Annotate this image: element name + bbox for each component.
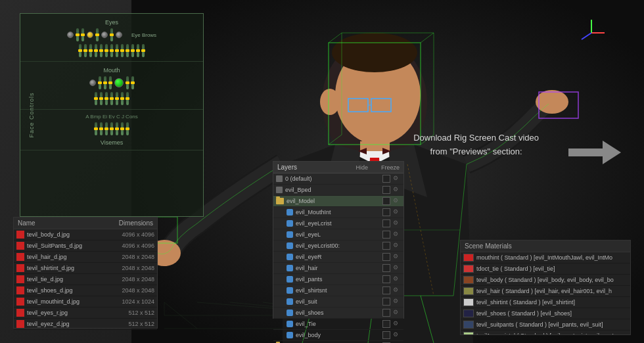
material-row[interactable]: tevil1eyecristal ( Standard ) [evil_eyeL… [461, 331, 630, 335]
layer-visibility-check[interactable] [382, 309, 390, 317]
eye-slider-2[interactable] [81, 28, 84, 41]
mouth-slider-9[interactable] [110, 92, 113, 105]
viseme-slider-3[interactable] [105, 122, 108, 135]
mouth-slider-6[interactable] [95, 92, 97, 105]
eye-slider-13[interactable] [121, 44, 124, 57]
eye-slider-1[interactable] [76, 28, 79, 41]
mouth-slider-3[interactable] [109, 76, 112, 89]
material-row[interactable]: tevil_shoes ( Standard ) [evil_shoes] [461, 308, 630, 319]
layer-row[interactable]: evil_shoes ⚙ [273, 308, 403, 319]
eyebrow-slider-2[interactable] [137, 44, 139, 57]
layer-freeze-icon[interactable]: ⚙ [393, 208, 401, 216]
layer-row[interactable]: evil_eyeL ⚙ [273, 229, 403, 240]
eye-slider-10[interactable] [105, 44, 108, 57]
layer-visibility-check[interactable] [382, 286, 390, 294]
layer-visibility-check[interactable] [382, 231, 390, 239]
eye-slider-4[interactable] [110, 28, 113, 41]
eye-knob-yellow[interactable] [87, 32, 93, 38]
texture-row[interactable]: tevil_eyes_r.jpg 512 x 512 [14, 308, 157, 319]
eye-slider-9[interactable] [100, 44, 103, 57]
layer-visibility-check[interactable] [382, 186, 390, 194]
layer-freeze-icon[interactable]: ⚙ [393, 264, 401, 272]
layer-freeze-icon[interactable]: ⚙ [393, 175, 401, 183]
mouth-slider-10[interactable] [116, 92, 118, 105]
layer-visibility-check[interactable] [382, 208, 390, 216]
layer-freeze-icon[interactable]: ⚙ [393, 186, 401, 194]
mouth-slider-11[interactable] [121, 92, 124, 105]
eye-slider-14[interactable] [126, 44, 129, 57]
layer-freeze-icon[interactable]: ⚙ [393, 231, 401, 239]
layer-visibility-check[interactable] [382, 264, 390, 272]
texture-row[interactable]: tevil_SuitPants_d.jpg 4096 x 4096 [14, 240, 157, 252]
layer-row[interactable]: evil_pants ⚙ [273, 274, 403, 285]
layer-row[interactable]: evil_Tie ⚙ [273, 319, 403, 330]
mouth-green-ball[interactable] [114, 78, 124, 87]
texture-row[interactable]: tevil_mouthint_d.jpg 1024 x 1024 [14, 296, 157, 308]
layer-row[interactable]: evil_eyeR ⚙ [273, 252, 403, 263]
layer-row[interactable]: evil_shirtsnt ⚙ [273, 285, 403, 296]
eye-slider-3[interactable] [96, 28, 99, 41]
material-row[interactable]: tdoct_tie ( Standard ) [evil_tie] [461, 263, 630, 275]
layer-freeze-icon[interactable]: ⚙ [393, 331, 401, 339]
eye-knob-1[interactable] [67, 32, 74, 38]
layer-visibility-check[interactable] [382, 298, 390, 306]
layer-row[interactable]: evil_Model ⚙ [273, 196, 403, 207]
eye-slider-5[interactable] [79, 44, 81, 57]
mouth-slider-7[interactable] [100, 92, 103, 105]
eye-slider-7[interactable] [89, 44, 92, 57]
eyebrow-slider-1[interactable] [131, 44, 134, 57]
layer-visibility-check[interactable] [382, 175, 390, 183]
layer-row[interactable]: evil_suit ⚙ [273, 296, 403, 308]
layer-row[interactable]: evil_body ⚙ [273, 330, 403, 341]
texture-row[interactable]: tevil_shirtint_d.jpg 2048 x 2048 [14, 263, 157, 274]
texture-row[interactable]: tevil_eyez_d.jpg 512 x 512 [14, 319, 157, 330]
texture-row[interactable]: tevil_shoes_d.jpg 2048 x 2048 [14, 285, 157, 296]
layer-visibility-check[interactable] [382, 197, 390, 205]
layer-visibility-check[interactable] [382, 275, 390, 283]
layer-row[interactable]: evil_eyeLcrist ⚙ [273, 218, 403, 229]
viseme-slider-6[interactable] [121, 122, 124, 135]
layer-freeze-icon[interactable]: ⚙ [393, 253, 401, 261]
eye-slider-11[interactable] [110, 44, 113, 57]
mouth-slider-4[interactable] [126, 76, 129, 89]
mouth-slider-5[interactable] [131, 76, 134, 89]
layer-freeze-icon[interactable]: ⚙ [393, 298, 401, 306]
layer-visibility-check[interactable] [382, 219, 390, 227]
eye-slider-12[interactable] [116, 44, 118, 57]
texture-row[interactable]: tevil_tie_d.jpg 2048 x 2048 [14, 274, 157, 285]
layer-row[interactable]: 0 (default) ⚙ [273, 173, 403, 185]
mouth-slider-8[interactable] [105, 92, 108, 105]
layer-freeze-icon[interactable]: ⚙ [393, 242, 401, 250]
viseme-slider-2[interactable] [100, 122, 103, 135]
viseme-slider-5[interactable] [116, 122, 118, 135]
texture-row[interactable]: tevil_hair_d.jpg 2048 x 2048 [14, 252, 157, 263]
layer-visibility-check[interactable] [382, 331, 390, 339]
layer-freeze-icon[interactable]: ⚙ [393, 320, 401, 328]
eyebrow-slider-3[interactable] [142, 44, 145, 57]
layer-freeze-icon[interactable]: ⚙ [393, 219, 401, 227]
viseme-slider-7[interactable] [126, 122, 129, 135]
layer-freeze-icon[interactable]: ⚙ [393, 309, 401, 317]
layer-freeze-icon[interactable]: ⚙ [393, 286, 401, 294]
layer-freeze-icon[interactable]: ⚙ [393, 197, 401, 205]
material-row[interactable]: mouthint ( Standard ) [evil_IntMouthJawl… [461, 252, 630, 263]
mouth-slider-12[interactable] [126, 92, 129, 105]
layer-row[interactable]: evil_eyeLcrist00: ⚙ [273, 240, 403, 252]
material-row[interactable]: tevil_shirtint ( Standard ) [evil_shirti… [461, 297, 630, 308]
mouth-slider-2[interactable] [104, 76, 106, 89]
layer-row[interactable]: evil_Bped ⚙ [273, 185, 403, 196]
layer-visibility-check[interactable] [382, 242, 390, 250]
viseme-slider-1[interactable] [95, 122, 97, 135]
layer-freeze-icon[interactable]: ⚙ [393, 275, 401, 283]
layer-row[interactable]: evil_MouthInt ⚙ [273, 207, 403, 218]
layer-visibility-check[interactable] [382, 320, 390, 328]
eye-knob-2[interactable] [101, 32, 108, 38]
layer-visibility-check[interactable] [382, 253, 390, 261]
texture-row[interactable]: tevil_body_d.jpg 4096 x 4096 [14, 229, 157, 240]
mouth-slider-1[interactable] [99, 76, 101, 89]
viseme-slider-4[interactable] [110, 122, 113, 135]
material-row[interactable]: tevil_body ( Standard ) [evil_body, evil… [461, 275, 630, 286]
mouth-knob-1[interactable] [89, 80, 96, 86]
eye-knob-3[interactable] [116, 32, 122, 38]
eye-slider-6[interactable] [84, 44, 87, 57]
